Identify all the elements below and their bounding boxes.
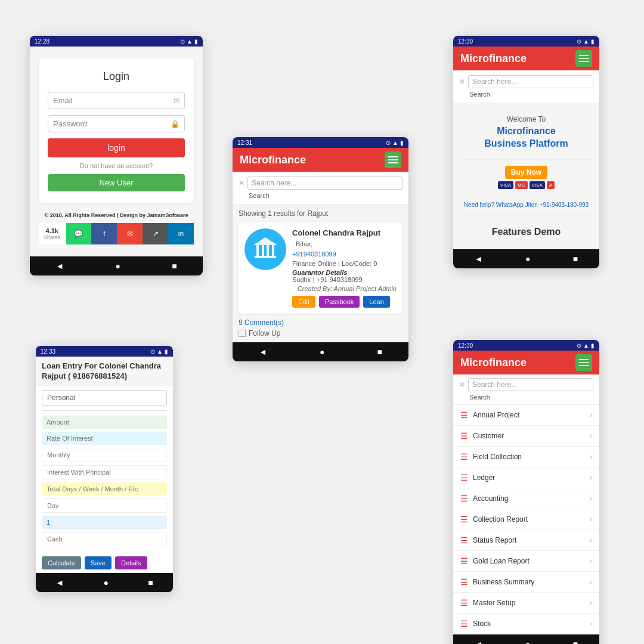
comments-row[interactable]: 9 Comment(s) [239, 318, 402, 327]
menu-item-collection-report[interactable]: ☰ Collection Report › [453, 509, 599, 530]
menu-item-customer[interactable]: ☰ Customer › [453, 426, 599, 447]
lock-icon: 🔒 [171, 120, 179, 128]
amount-field[interactable] [42, 416, 167, 429]
menu-item-gold-loan-report[interactable]: ☰ Gold Loan Report › [453, 551, 599, 572]
save-button[interactable]: Save [85, 556, 112, 569]
menu-item-master-setup[interactable]: ☰ Master Setup › [453, 593, 599, 614]
menu-item-left-10: ☰ Stock [460, 619, 491, 628]
back-button-2[interactable]: ◄ [259, 347, 267, 357]
clear-search-icon-3[interactable]: ✕ [459, 78, 465, 86]
nav-bar-1: ◄ ● ■ [30, 256, 203, 275]
whatsapp-icon: 💬 [74, 230, 83, 238]
back-button-1[interactable]: ◄ [55, 261, 64, 271]
loan-button[interactable]: Loan [363, 296, 389, 308]
menu-item-label-9: Master Setup [473, 599, 515, 607]
search-input-2[interactable] [247, 177, 402, 190]
status-icons-2: ⊙ ▲ ▮ [386, 140, 404, 146]
password-field[interactable]: Password 🔒 [48, 115, 185, 132]
home-button-2[interactable]: ● [320, 347, 324, 357]
menu-chevron-9: › [590, 599, 592, 607]
recents-button-2[interactable]: ■ [377, 347, 382, 357]
menu-item-left-0: ☰ Annual Project [460, 410, 519, 420]
cash-field[interactable] [42, 532, 167, 546]
status-bar-4: 12:33 ⊙ ▲ ▮ [36, 346, 173, 357]
home-button-4[interactable]: ● [103, 578, 108, 587]
battery-icon-2: ▮ [400, 140, 404, 146]
menu-chevron-6: › [590, 536, 592, 544]
calculate-button[interactable]: Calculate [42, 556, 81, 569]
back-button-4[interactable]: ◄ [55, 578, 64, 587]
share-linkedin-button[interactable]: in [168, 223, 194, 244]
menu-item-ledger[interactable]: ☰ Ledger › [453, 467, 599, 488]
menu-item-annual-project[interactable]: ☰ Annual Project › [453, 405, 599, 426]
edit-button[interactable]: Edit [292, 296, 315, 308]
home-button-1[interactable]: ● [115, 261, 120, 271]
login-button[interactable]: login [48, 138, 185, 157]
passbook-button[interactable]: Passbook [319, 296, 360, 308]
buy-now-label[interactable]: Buy Now [505, 166, 547, 179]
login-body: Login Email ✉ Password 🔒 login Do not ha… [30, 47, 203, 256]
share-general-button[interactable]: ↗ [143, 223, 168, 244]
recents-button-4[interactable]: ■ [148, 578, 153, 587]
share-email-button[interactable]: ✉ [117, 223, 143, 244]
share-facebook-button[interactable]: f [91, 223, 117, 244]
day-field[interactable] [42, 499, 167, 513]
result-type: Finance Online | Loc/Code: 0 [292, 260, 377, 267]
buy-now-section: Buy Now VISA MC VISA A [459, 166, 593, 196]
search-button-2[interactable]: Search [249, 192, 270, 199]
recents-button-1[interactable]: ■ [172, 261, 177, 271]
wifi-icon: ⊙ [180, 38, 185, 45]
back-button-3[interactable]: ◄ [475, 254, 483, 264]
share-whatsapp-button[interactable]: 💬 [66, 223, 92, 244]
menu-item-left-4: ☰ Accounting [460, 494, 508, 503]
menu-button-5[interactable] [575, 354, 592, 371]
menu-button-3[interactable] [575, 50, 592, 67]
search-button-5[interactable]: Search [469, 394, 490, 401]
recents-button-3[interactable]: ■ [573, 254, 578, 264]
menu-item-label-7: Gold Loan Report [473, 557, 530, 565]
monthly-field[interactable] [42, 448, 167, 462]
home-button-5[interactable]: ● [525, 639, 530, 644]
loan-buttons: Calculate Save Details [36, 553, 173, 573]
recents-button-5[interactable]: ■ [573, 639, 578, 644]
num-field[interactable] [42, 516, 167, 529]
home-button-3[interactable]: ● [525, 254, 530, 264]
menu-item-icon-4: ☰ [460, 494, 468, 503]
clear-search-icon[interactable]: ✕ [239, 179, 244, 187]
menu-item-stock[interactable]: ☰ Stock › [453, 614, 599, 634]
menu-item-field-collection[interactable]: ☰ Field Collection › [453, 447, 599, 467]
roi-field[interactable] [42, 432, 167, 445]
menu-item-label-10: Stock [473, 620, 491, 628]
whatsapp-help: Need help? WhatsApp Jiten +91-9403-180-9… [459, 202, 593, 215]
menu-item-status-report[interactable]: ☰ Status Report › [453, 530, 599, 551]
no-account-text: Do not have an account? [48, 162, 185, 169]
menu-item-left-3: ☰ Ledger [460, 473, 495, 482]
totaldays-field[interactable] [42, 482, 167, 496]
shares-number: 4.1k [46, 227, 58, 234]
search-input-5[interactable] [468, 378, 593, 391]
menu-chevron-1: › [590, 432, 592, 440]
amex-icon: A [547, 181, 555, 189]
interest-field[interactable] [42, 465, 167, 479]
result-name: Colonel Chandra Rajput [292, 228, 397, 237]
guarantor-value: Sudhir | +91 940318099 [292, 276, 397, 283]
details-button[interactable]: Details [115, 556, 147, 569]
menu-button-2[interactable] [385, 151, 401, 168]
features-body: Welcome To MicrofinanceBusiness Platform… [453, 103, 599, 249]
back-button-5[interactable]: ◄ [475, 639, 483, 644]
email-label: Email [53, 96, 73, 105]
follow-up-checkbox[interactable] [239, 330, 246, 337]
menu-item-accounting[interactable]: ☰ Accounting › [453, 488, 599, 509]
email-share-icon: ✉ [127, 230, 133, 238]
search-input-3[interactable] [468, 75, 593, 88]
menu-item-icon-5: ☰ [460, 515, 468, 524]
search-button-3[interactable]: Search [469, 91, 490, 98]
menu-item-business-summary[interactable]: ☰ Business Summary › [453, 572, 599, 593]
share-icon: ↗ [153, 230, 159, 238]
new-user-button[interactable]: New User [48, 174, 185, 191]
visa-icon-2: VISA [530, 181, 545, 189]
battery-icon-5: ▮ [591, 342, 595, 349]
email-field[interactable]: Email ✉ [48, 92, 185, 109]
loan-type-input[interactable] [42, 390, 167, 405]
clear-search-icon-5[interactable]: ✕ [459, 380, 465, 389]
